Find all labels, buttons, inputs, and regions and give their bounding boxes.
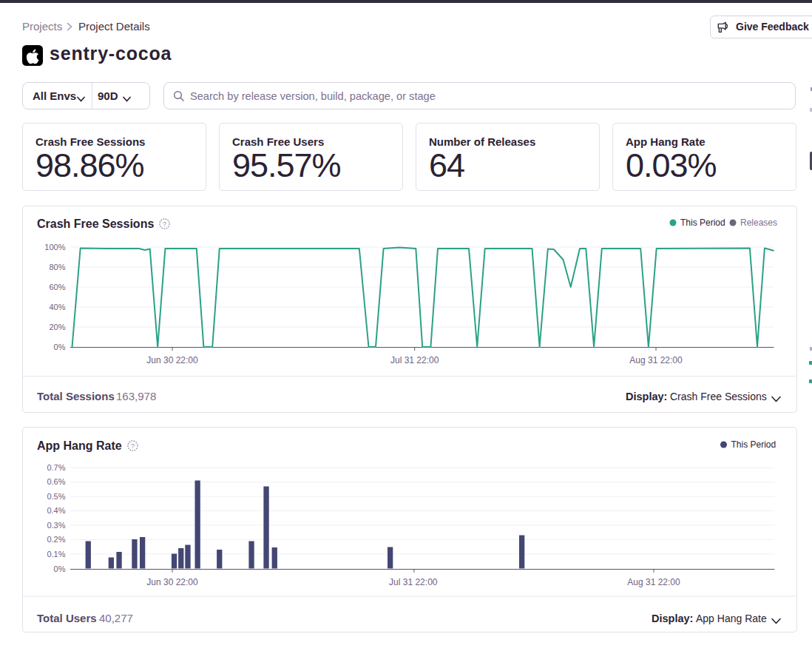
svg-text:0.6%: 0.6% — [47, 477, 65, 486]
svg-text:0.7%: 0.7% — [47, 463, 65, 472]
svg-text:0.5%: 0.5% — [47, 492, 65, 501]
svg-text:80%: 80% — [49, 263, 65, 271]
svg-text:Aug 31 22:00: Aug 31 22:00 — [629, 355, 683, 365]
svg-text:Jun 30 22:00: Jun 30 22:00 — [146, 355, 198, 365]
svg-text:40%: 40% — [49, 303, 65, 311]
svg-text:0%: 0% — [54, 564, 66, 573]
svg-text:Releases: Releases — [740, 217, 777, 228]
svg-text:0.4%: 0.4% — [47, 506, 65, 515]
svg-text:0.1%: 0.1% — [47, 550, 65, 559]
svg-text:20%: 20% — [49, 323, 65, 331]
svg-text:100%: 100% — [44, 243, 65, 252]
svg-text:0.3%: 0.3% — [47, 521, 65, 530]
svg-text:Jul 31 22:00: Jul 31 22:00 — [390, 355, 439, 365]
svg-text:Jul 31 22:00: Jul 31 22:00 — [389, 577, 438, 587]
svg-text:0.2%: 0.2% — [47, 535, 65, 544]
svg-text:60%: 60% — [49, 283, 65, 291]
svg-text:This Period: This Period — [731, 439, 777, 450]
svg-text:Aug 31 22:00: Aug 31 22:00 — [627, 577, 680, 587]
svg-text:Jun 30 22:00: Jun 30 22:00 — [146, 577, 198, 587]
svg-text:This Period: This Period — [680, 217, 725, 228]
svg-text:0%: 0% — [54, 343, 66, 351]
